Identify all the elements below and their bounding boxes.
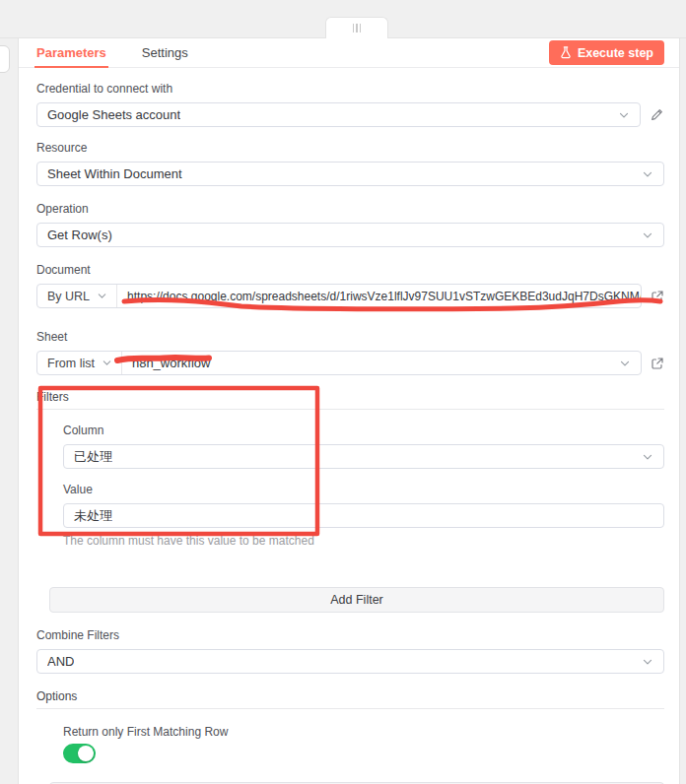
sheet-value[interactable]: n8n_workflow xyxy=(122,356,619,370)
tab-parameters[interactable]: Parameters xyxy=(36,38,106,67)
chevron-down-icon xyxy=(97,291,107,301)
filter-item: Column 已处理 Value 未处理 The column must hav… xyxy=(63,424,664,548)
filters-heading: Filters xyxy=(36,390,69,404)
resource-label: Resource xyxy=(36,141,664,155)
edit-credential-pencil-icon[interactable] xyxy=(650,107,664,122)
filter-column-select[interactable]: 已处理 xyxy=(63,444,664,469)
add-filter-button[interactable]: Add Filter xyxy=(49,587,664,613)
options-divider xyxy=(36,708,664,709)
add-filter-label: Add Filter xyxy=(330,593,383,607)
filters-divider xyxy=(36,409,664,410)
parameters-panel: Parameters Settings Execute step Credent… xyxy=(18,37,680,784)
execute-step-button[interactable]: Execute step xyxy=(549,40,664,65)
filter-value-input[interactable]: 未处理 xyxy=(63,503,664,528)
chevron-down-icon xyxy=(102,358,112,368)
first-matching-row-toggle[interactable] xyxy=(63,744,96,763)
toggle-knob xyxy=(78,746,94,761)
collapsed-side-handle[interactable] xyxy=(0,45,10,73)
filter-column-value: 已处理 xyxy=(74,448,112,466)
first-matching-row-label: Return only First Matching Row xyxy=(63,725,664,739)
drag-handle-icon xyxy=(360,24,362,33)
combine-filters-value: AND xyxy=(47,654,74,669)
document-mode-value: By URL xyxy=(47,290,90,303)
operation-value: Get Row(s) xyxy=(47,228,112,242)
resource-select[interactable]: Sheet Within Document xyxy=(36,162,664,186)
parameters-form: Credential to connect with Google Sheets… xyxy=(19,68,679,784)
chevron-down-icon xyxy=(618,109,630,121)
combine-filters-field-group: Combine Filters AND xyxy=(36,628,664,674)
filter-value-label: Value xyxy=(63,483,664,496)
drag-handle-icon xyxy=(353,24,355,33)
sheet-label: Sheet xyxy=(36,330,664,344)
operation-select[interactable]: Get Row(s) xyxy=(36,223,664,247)
flask-icon xyxy=(560,46,572,59)
filter-value-hint: The column must have this value to be ma… xyxy=(63,534,664,548)
chevron-down-icon xyxy=(619,358,631,369)
sheet-field-group: Sheet From list n8n_workflow xyxy=(36,330,664,375)
document-resource-locator: By URL https://docs.google.com/spreadshe… xyxy=(36,284,642,308)
credential-value: Google Sheets account xyxy=(47,107,180,122)
open-document-external-link-icon[interactable] xyxy=(651,290,664,303)
filter-column-label: Column xyxy=(63,424,664,437)
chevron-down-icon xyxy=(642,656,653,668)
tab-settings[interactable]: Settings xyxy=(142,38,188,67)
document-field-group: Document By URL https://docs.google.com/… xyxy=(36,263,664,308)
resource-field-group: Resource Sheet Within Document xyxy=(36,141,664,186)
chevron-down-icon xyxy=(642,168,653,180)
combine-filters-select[interactable]: AND xyxy=(36,649,664,674)
credential-label: Credential to connect with xyxy=(36,82,664,96)
combine-filters-label: Combine Filters xyxy=(36,628,664,642)
document-mode-select[interactable]: By URL xyxy=(37,285,117,307)
sheet-resource-locator: From list n8n_workflow xyxy=(36,351,642,375)
filters-section: Filters Column 已处理 Value 未处理 xyxy=(36,387,664,613)
filter-value-text: 未处理 xyxy=(74,507,112,525)
operation-label: Operation xyxy=(36,202,664,216)
options-section: Options Return only First Matching Row A… xyxy=(36,686,664,784)
document-label: Document xyxy=(36,263,664,277)
chevron-down-icon xyxy=(642,229,653,241)
panel-drag-handle[interactable] xyxy=(325,17,388,38)
options-heading: Options xyxy=(36,689,77,703)
panel-header: Parameters Settings Execute step xyxy=(19,38,679,68)
document-url-input[interactable]: https://docs.google.com/spreadsheets/d/1… xyxy=(117,290,641,303)
sheet-mode-value: From list xyxy=(47,357,95,370)
resource-value: Sheet Within Document xyxy=(47,166,182,181)
drag-handle-icon xyxy=(356,24,358,33)
credential-select[interactable]: Google Sheets account xyxy=(36,102,641,127)
execute-step-label: Execute step xyxy=(578,46,653,60)
chevron-down-icon xyxy=(642,451,653,463)
node-details-view: Parameters Settings Execute step Credent… xyxy=(0,0,686,784)
operation-field-group: Operation Get Row(s) xyxy=(36,202,664,247)
credential-field-group: Credential to connect with Google Sheets… xyxy=(36,82,664,127)
open-sheet-external-link-icon[interactable] xyxy=(651,357,664,370)
sheet-mode-select[interactable]: From list xyxy=(37,352,122,374)
